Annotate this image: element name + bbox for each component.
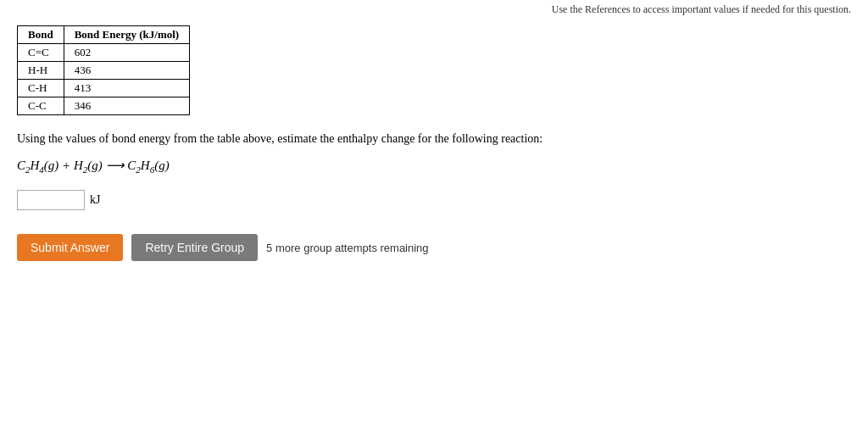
table-row: H-H436 xyxy=(18,62,190,80)
retry-button[interactable]: Retry Entire Group xyxy=(131,234,258,261)
unit-label: kJ xyxy=(90,193,100,207)
energy-cell: 602 xyxy=(64,44,190,62)
bond-energy-table: Bond Bond Energy (kJ/mol) C=C602H-H436C-… xyxy=(17,25,190,115)
attempts-remaining: 5 more group attempts remaining xyxy=(266,242,428,254)
col2-header: Bond Energy (kJ/mol) xyxy=(64,26,190,44)
submit-button[interactable]: Submit Answer xyxy=(17,234,123,261)
table-row: C-C346 xyxy=(18,97,190,115)
answer-input[interactable] xyxy=(17,190,85,210)
bond-cell: C=C xyxy=(18,44,64,62)
bond-cell: C-H xyxy=(18,80,64,97)
bond-cell: C-C xyxy=(18,97,64,115)
table-row: C-H413 xyxy=(18,80,190,97)
answer-row: kJ xyxy=(17,190,851,210)
reference-note: Use the References to access important v… xyxy=(552,3,851,16)
buttons-row: Submit Answer Retry Entire Group 5 more … xyxy=(17,234,851,261)
energy-cell: 413 xyxy=(64,80,190,97)
reaction-equation: C2H4(g) + H2(g) ⟶ C2H6(g) xyxy=(17,158,851,175)
energy-cell: 436 xyxy=(64,62,190,80)
energy-cell: 346 xyxy=(64,97,190,115)
bond-cell: H-H xyxy=(18,62,64,80)
table-row: C=C602 xyxy=(18,44,190,62)
col1-header: Bond xyxy=(18,26,64,44)
instruction-text: Using the values of bond energy from the… xyxy=(17,132,851,146)
